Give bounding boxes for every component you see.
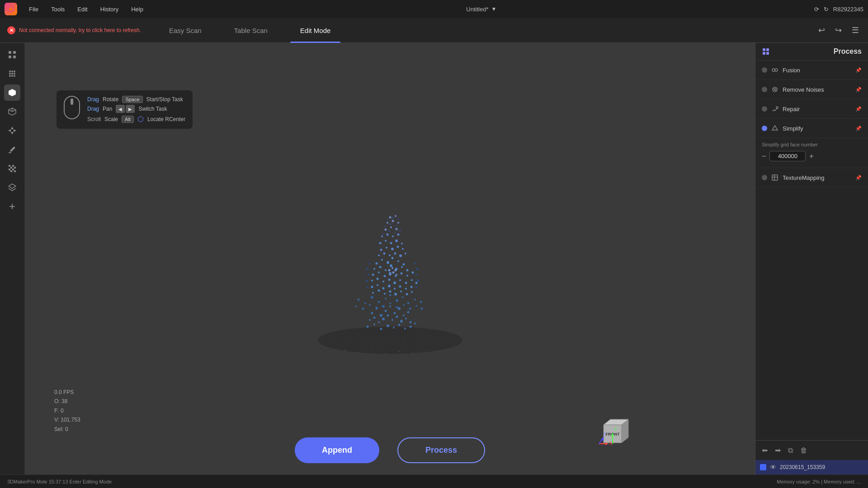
process-item-fusion[interactable]: Fusion 📌	[755, 61, 868, 80]
right-panel: Process Fusion 📌 Remove Noises 📌 Repair …	[755, 43, 868, 474]
svg-point-185	[389, 254, 391, 256]
tab-edit-mode[interactable]: Edit Mode	[284, 18, 347, 43]
sculpture-svg	[277, 146, 503, 372]
process-item-simplify[interactable]: Simplify 📌	[755, 119, 868, 138]
svg-point-211	[396, 274, 397, 276]
svg-point-68	[453, 346, 454, 347]
svg-point-49	[439, 338, 441, 340]
svg-point-99	[405, 318, 407, 319]
sidebar-icon-cube-solid[interactable]	[4, 84, 20, 101]
sidebar-icon-checker[interactable]	[4, 160, 20, 177]
controls-hint: Drag Rotate Space Start/Stop Task Drag P…	[57, 90, 193, 129]
menu-edit[interactable]: Edit	[72, 4, 93, 14]
svg-point-60	[382, 345, 384, 347]
warning-text: Not connected normally, try to click her…	[19, 27, 141, 33]
svg-point-182	[402, 248, 404, 250]
process-item-texture-mapping[interactable]: TextureMapping 📌	[755, 168, 868, 188]
delete-icon[interactable]: 🗑	[798, 445, 809, 456]
menu-file[interactable]: File	[24, 4, 44, 14]
faces-count: F: 0	[54, 406, 80, 415]
texture-mapping-icon	[771, 174, 779, 182]
svg-point-78	[439, 351, 441, 353]
simplify-value-input[interactable]	[769, 151, 806, 161]
title-dropdown-button[interactable]: ▼	[491, 6, 496, 12]
statusbar-right: Memory usage: 2% | Memory used: ...	[777, 479, 861, 484]
svg-point-202	[392, 220, 394, 222]
sync-icon[interactable]: ↻	[824, 6, 829, 13]
svg-point-55	[335, 342, 336, 343]
more-menu-button[interactable]: ☰	[850, 23, 861, 37]
space-key: Space	[122, 96, 142, 103]
svg-rect-27	[10, 167, 12, 169]
tab-table-scan[interactable]: Table Scan	[218, 18, 284, 43]
svg-point-76	[412, 352, 414, 354]
svg-point-77	[425, 349, 427, 351]
svg-point-150	[400, 272, 402, 274]
refresh-icon[interactable]: ⟳	[814, 6, 819, 13]
right-panel-header: Process	[755, 43, 868, 61]
svg-point-121	[355, 305, 357, 307]
fps-display: 0.0 FPS	[54, 388, 80, 397]
svg-point-91	[369, 319, 371, 321]
sidebar-icon-layers[interactable]	[4, 179, 20, 196]
svg-point-107	[404, 328, 406, 329]
sidebar-icon-transform[interactable]	[4, 122, 20, 139]
menu-history[interactable]: History	[95, 4, 124, 14]
duplicate-icon[interactable]: ⧉	[786, 445, 795, 456]
import-icon[interactable]: ⬅	[760, 444, 769, 456]
fusion-label: Fusion	[783, 67, 852, 74]
menu-tools[interactable]: Tools	[46, 4, 70, 14]
connection-warning[interactable]: ✕ Not connected normally, try to click h…	[0, 23, 148, 37]
process-item-remove-noises[interactable]: Remove Noises 📌	[755, 80, 868, 99]
svg-rect-3	[13, 51, 16, 54]
sidebar-icon-brush[interactable]	[4, 141, 20, 158]
selected-count: Sel: 0	[54, 425, 80, 434]
svg-point-110	[357, 298, 359, 300]
bottom-buttons: Append Process	[25, 437, 755, 463]
svg-point-223	[388, 230, 390, 232]
fusion-pin[interactable]: 📌	[855, 67, 862, 73]
svg-point-54	[462, 336, 463, 337]
svg-point-180	[391, 248, 394, 250]
repair-pin[interactable]: 📌	[855, 106, 862, 112]
sidebar-icon-cube-wire[interactable]	[4, 103, 20, 120]
redo-button[interactable]: ↪	[833, 23, 844, 37]
simplify-increase-button[interactable]: +	[809, 152, 813, 160]
simplify-decrease-button[interactable]: −	[762, 152, 766, 160]
append-button[interactable]: Append	[295, 437, 379, 463]
simplify-slider-row: − +	[762, 151, 862, 161]
process-button[interactable]: Process	[397, 437, 485, 463]
svg-rect-2	[9, 51, 11, 54]
sidebar-icon-grid[interactable]	[4, 47, 20, 63]
repair-icon	[771, 105, 779, 113]
export-icon[interactable]: ➡	[773, 444, 783, 456]
svg-point-207	[392, 267, 393, 269]
sidebar-icon-add-layer[interactable]	[4, 198, 20, 215]
svg-point-204	[389, 216, 391, 218]
remove-noises-pin[interactable]: 📌	[855, 87, 862, 93]
svg-point-113	[377, 300, 380, 303]
svg-point-194	[381, 235, 383, 237]
menu-help[interactable]: Help	[126, 4, 149, 14]
svg-point-184	[383, 252, 385, 254]
svg-point-199	[390, 226, 392, 228]
process-item-repair[interactable]: Repair 📌	[755, 99, 868, 119]
tab-easy-scan[interactable]: Easy Scan	[153, 18, 218, 43]
svg-point-58	[364, 346, 366, 348]
undo-button[interactable]: ↩	[816, 23, 827, 37]
sidebar-icon-points[interactable]	[4, 66, 20, 82]
svg-point-172	[384, 293, 386, 295]
toolbar-tabs: Easy Scan Table Scan Edit Mode	[148, 18, 816, 43]
scan-entry-row[interactable]: 👁 20230615_153359	[755, 460, 868, 474]
svg-rect-4	[9, 56, 11, 58]
svg-point-101	[366, 325, 368, 328]
svg-point-13	[11, 75, 13, 77]
svg-point-189	[379, 242, 381, 244]
svg-point-249	[772, 69, 775, 71]
texture-mapping-pin[interactable]: 📌	[855, 175, 862, 181]
svg-point-186	[394, 252, 396, 254]
scan-visibility-icon[interactable]: 👁	[770, 464, 776, 471]
simplify-pin[interactable]: 📌	[855, 126, 862, 131]
svg-point-206	[388, 269, 390, 271]
statusbar: 3DMakerPro Mole 15:37:13 Enter Editing M…	[0, 474, 868, 488]
